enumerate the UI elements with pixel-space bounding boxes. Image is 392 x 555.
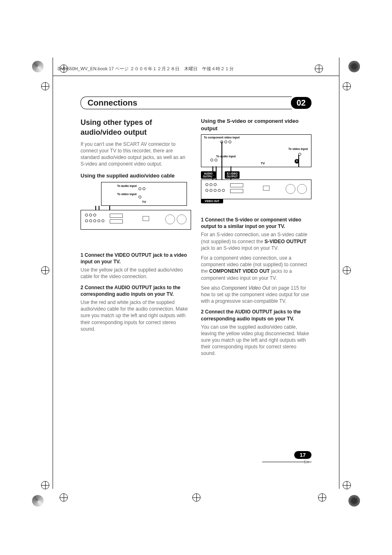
port-icon bbox=[224, 140, 227, 143]
page-number: 17 bbox=[294, 451, 311, 459]
port-icon bbox=[138, 187, 141, 190]
port-icon bbox=[210, 183, 212, 186]
port-icon bbox=[228, 140, 231, 143]
recorder-box bbox=[81, 210, 191, 230]
to-component-label: To component video input bbox=[204, 136, 240, 139]
tv-box: To audio input To video input TV bbox=[101, 182, 187, 206]
registration-mark-icon bbox=[343, 82, 351, 90]
port-icon bbox=[93, 219, 96, 222]
rf-knob-icon bbox=[297, 184, 307, 194]
port-icon bbox=[85, 214, 88, 216]
connection-diagram: To component video input To video input … bbox=[201, 134, 311, 212]
subsection-heading: Using the supplied audio/video cable bbox=[81, 172, 191, 180]
port-icon bbox=[214, 183, 217, 186]
step-body: For an S-video connection, use an S-vide… bbox=[201, 231, 311, 251]
step-heading: 2 Connect the AUDIO OUTPUT jacks to the … bbox=[81, 284, 191, 297]
port-icon bbox=[210, 159, 213, 161]
port-icon bbox=[85, 219, 88, 222]
rf-knob-icon bbox=[286, 184, 295, 194]
connection-diagram: To audio input To video input TV AUDIO O… bbox=[81, 182, 191, 248]
footer-rule bbox=[262, 462, 311, 462]
intro-paragraph: If you can't use the SCART AV connector … bbox=[81, 141, 191, 168]
tv-label: TV bbox=[142, 200, 146, 205]
step-body: See also Component Video Out on page 115… bbox=[201, 285, 311, 305]
port-icon bbox=[218, 189, 221, 192]
bold-term: COMPONENT VIDEO OUT bbox=[209, 268, 270, 274]
scart-icon bbox=[230, 183, 243, 187]
svideo-output-badge: S-VIDEO OUTPUT bbox=[225, 171, 240, 179]
left-column: Using other types of audio/video output … bbox=[81, 117, 191, 360]
to-video-label: To video input bbox=[117, 192, 136, 196]
print-header: DVR550H_WV_EN.book 17 ページ ２００６年１２月２８日 木曜… bbox=[58, 66, 330, 72]
step-heading: 1 Connect the VIDEO OUTPUT jack to a vid… bbox=[81, 252, 191, 265]
port-icon bbox=[89, 214, 92, 216]
step-body: For a component video connection, use a … bbox=[201, 255, 311, 281]
rf-knob-icon bbox=[165, 214, 175, 224]
color-rosette-icon bbox=[32, 61, 44, 72]
crop-line-right bbox=[339, 58, 339, 489]
chapter-bar: Connections 02 bbox=[81, 97, 311, 109]
text: See also bbox=[201, 285, 221, 291]
step-heading: 1 Connect the S-video or component video… bbox=[201, 216, 311, 230]
step-heading: 2 Connect the AUDIO OUTPUT jacks to the … bbox=[201, 309, 311, 322]
step-body: Use the red and white jacks of the suppl… bbox=[81, 299, 191, 332]
port-icon bbox=[205, 183, 208, 186]
text: jack to an S-video input on your TV. bbox=[201, 245, 279, 251]
cross-reference: Component Video Out bbox=[221, 285, 270, 291]
cable-icon bbox=[221, 142, 222, 183]
step-body: Use the yellow jack of the supplied audi… bbox=[81, 267, 191, 280]
recorder-box bbox=[201, 180, 311, 199]
port-icon bbox=[97, 219, 100, 222]
registration-mark-icon bbox=[192, 493, 201, 502]
bold-term: S-VIDEO OUTPUT bbox=[265, 239, 307, 244]
registration-mark-icon bbox=[343, 481, 351, 489]
rf-knob-icon bbox=[177, 214, 187, 224]
port-icon bbox=[214, 189, 217, 192]
port-icon bbox=[205, 189, 208, 192]
hdmi-icon bbox=[263, 186, 270, 191]
hdmi-icon bbox=[143, 216, 149, 221]
crop-line-left bbox=[53, 58, 53, 489]
port-icon bbox=[93, 214, 96, 216]
to-video-label: To video input bbox=[288, 147, 308, 151]
registration-mark-icon bbox=[343, 266, 351, 274]
registration-mark-icon bbox=[41, 266, 49, 274]
port-icon bbox=[101, 219, 104, 222]
to-audio-label: To audio input bbox=[117, 184, 137, 188]
to-audio-label: To audio input bbox=[216, 154, 236, 158]
color-rosette-icon bbox=[32, 495, 44, 507]
port-icon bbox=[89, 219, 92, 222]
page-footer: 17 En bbox=[294, 451, 311, 464]
columns: Using other types of audio/video output … bbox=[81, 117, 311, 360]
port-icon bbox=[143, 187, 145, 190]
color-rosette-icon bbox=[348, 61, 360, 72]
port-icon bbox=[210, 189, 212, 192]
registration-mark-icon bbox=[41, 82, 49, 90]
scart-icon bbox=[110, 219, 123, 223]
chapter-number: 02 bbox=[291, 97, 311, 109]
cable-icon bbox=[298, 155, 299, 167]
port-icon bbox=[222, 189, 225, 192]
chapter-title: Connections bbox=[81, 97, 292, 109]
registration-mark-icon bbox=[60, 493, 68, 502]
audio-output-badge: AUDIO OUTPUT bbox=[201, 171, 216, 179]
port-icon bbox=[138, 196, 141, 198]
crop-line-top bbox=[53, 76, 339, 76]
step-body: You can use the supplied audio/video cab… bbox=[201, 324, 311, 357]
content-area: Connections 02 Using other types of audi… bbox=[81, 97, 311, 360]
registration-mark-icon bbox=[41, 481, 49, 489]
scart-icon bbox=[230, 189, 243, 193]
tv-label: TV bbox=[261, 161, 265, 166]
right-column: Using the S-video or component video out… bbox=[201, 117, 311, 360]
subsection-heading: Using the S-video or component video out… bbox=[201, 117, 311, 132]
section-heading: Using other types of audio/video output bbox=[81, 117, 191, 138]
page: DVR550H_WV_EN.book 17 ページ ２００６年１２月２８日 木曜… bbox=[0, 0, 392, 555]
scart-icon bbox=[110, 214, 123, 218]
color-rosette-icon bbox=[348, 495, 360, 507]
port-icon bbox=[214, 159, 217, 161]
registration-mark-icon bbox=[318, 493, 326, 502]
